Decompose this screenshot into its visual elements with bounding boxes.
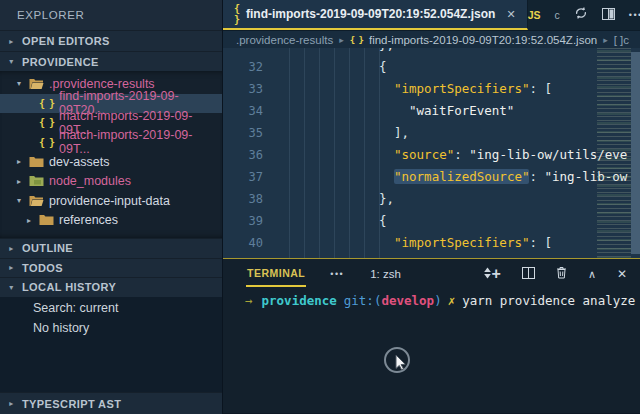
chevron-right-icon: ▸: [24, 216, 34, 225]
more-actions-icon[interactable]: •••: [629, 10, 640, 20]
section-label: PROVIDENCE: [22, 56, 99, 68]
section-label: TODOS: [22, 262, 63, 274]
js-badge-icon[interactable]: JS: [528, 9, 541, 21]
chevron-right-icon: ▸: [14, 177, 24, 186]
json-file-icon: { }: [234, 3, 239, 25]
code-line: 36 "source": "ing-lib-ow/utils/eve: [223, 144, 640, 166]
line-number: 35: [223, 122, 263, 144]
close-tab-icon[interactable]: ✕: [506, 8, 515, 21]
select-stepper-icon: [483, 266, 492, 282]
tree-item-label: providence-input-data: [49, 194, 170, 208]
close-panel-icon[interactable]: ✕: [617, 267, 627, 281]
tree-item-label: node_modules: [49, 174, 131, 188]
sync-icon[interactable]: [574, 6, 588, 24]
code-line: 32 {: [223, 56, 640, 78]
terminal-more-icon[interactable]: •••: [330, 269, 344, 279]
section-outline[interactable]: ▸ OUTLINE: [0, 238, 222, 258]
tab-find-imports-json[interactable]: { } find-imports-2019-09-09T20:19:52.054…: [223, 0, 528, 30]
code-editor[interactable]: }, 32 { 33 "importSpecifiers": [ 34 "wai…: [223, 48, 640, 259]
tree-item-references[interactable]: ▸ references: [0, 211, 222, 231]
editor-scrollbar[interactable]: [631, 52, 640, 254]
tab-terminal[interactable]: TERMINAL: [246, 261, 306, 287]
section-label: OPEN EDITORS: [22, 35, 110, 47]
chevron-right-icon: ▸: [14, 157, 24, 166]
chevron-down-icon: ▾: [14, 79, 24, 88]
section-label: OUTLINE: [22, 242, 73, 254]
terminal-header: TERMINAL ••• 1: zsh + ∧: [223, 259, 640, 287]
local-history-search[interactable]: Search: current: [0, 299, 222, 319]
terminal-actions: + ∧ ✕: [492, 265, 627, 283]
shell-select-value: 1: zsh: [370, 268, 401, 280]
line-number: 33: [223, 78, 263, 100]
section-label: LOCAL HISTORY: [22, 281, 116, 293]
new-terminal-icon[interactable]: +: [492, 266, 501, 282]
section-local-history[interactable]: ▾ LOCAL HISTORY: [0, 277, 222, 297]
section-todos[interactable]: ▸ TODOS: [0, 258, 222, 278]
line-number: 40: [223, 232, 263, 254]
tree-item-label: references: [59, 213, 118, 227]
local-history-empty: No history: [0, 318, 222, 338]
kill-terminal-icon[interactable]: [556, 265, 567, 283]
section-label: TYPESCRIPT AST: [22, 398, 121, 410]
breadcrumb-array-node[interactable]: [ ]c: [614, 34, 629, 46]
line-number: 39: [223, 210, 263, 232]
breadcrumb-file[interactable]: find-imports-2019-09-09T20:19:52.054Z.js…: [369, 34, 597, 46]
line-number: 37: [223, 166, 263, 188]
section-typescript-ast[interactable]: ▸ TYPESCRIPT AST: [0, 392, 222, 414]
tab-label: find-imports-2019-09-09T20:19:52.054Z.js…: [246, 7, 495, 21]
c-badge-icon[interactable]: c: [555, 9, 560, 21]
highlighted-word: "normalizedSource": [394, 169, 529, 184]
line-number: 34: [223, 100, 263, 122]
line-number: 36: [223, 144, 263, 166]
folder-open-icon: [29, 78, 44, 90]
section-providence[interactable]: ▾ PROVIDENCE: [0, 51, 222, 71]
editor-actions: JS c •••: [528, 0, 640, 30]
breadcrumb: .providence-results ▸ { } find-imports-2…: [223, 30, 640, 48]
tree-item-label: match-imports-2019-09-09T...: [59, 128, 222, 156]
local-history-panel: Search: current No history: [0, 297, 222, 393]
code-line: 37 "normalizedSource": "ing-lib-ow: [223, 166, 640, 188]
prompt-arrow: →: [245, 293, 253, 308]
split-editor-icon[interactable]: [602, 6, 615, 24]
code-line: 35 ],: [223, 122, 640, 144]
terminal-panel[interactable]: TERMINAL ••• 1: zsh + ∧: [223, 259, 640, 413]
terminal-prompt: → providence git:( develop ) ✗ yarn prov…: [245, 293, 640, 308]
code-line: 39 {: [223, 210, 640, 232]
file-tree: ▾ .providence-results { } find-imports-2…: [0, 71, 222, 238]
chevron-right-icon: ▸: [339, 35, 344, 45]
chevron-right-icon: ▸: [7, 263, 16, 272]
folder-npm-icon: [29, 175, 44, 187]
tree-item-label: dev-assets: [49, 155, 109, 169]
json-file-icon: { }: [350, 35, 363, 45]
folder-icon: [29, 156, 44, 168]
chevron-down-icon: ▾: [7, 283, 16, 292]
explorer-sidebar: EXPLORER ▸ OPEN EDITORS ▾ PROVIDENCE ▾ .…: [0, 0, 222, 414]
vscode-window: EXPLORER ▸ OPEN EDITORS ▾ PROVIDENCE ▾ .…: [0, 0, 640, 414]
prompt-branch: develop: [381, 293, 434, 308]
chevron-right-icon: ▸: [7, 37, 16, 46]
prompt-git-open: git:(: [344, 293, 382, 308]
maximize-panel-icon[interactable]: ∧: [588, 268, 596, 281]
shell-select[interactable]: 1: zsh: [370, 266, 491, 282]
chevron-right-icon: ▸: [7, 399, 16, 408]
prompt-dirty-flag: ✗: [448, 293, 456, 308]
code-line: 38 },: [223, 188, 640, 210]
chevron-down-icon: ▾: [14, 196, 24, 205]
folder-icon: [39, 214, 54, 226]
tab-bar: { } find-imports-2019-09-09T20:19:52.054…: [223, 0, 640, 30]
code-line: 34 "waitForEvent": [223, 100, 640, 122]
prompt-command: yarn providence analyze: [462, 293, 635, 308]
tree-item-node-modules[interactable]: ▸ node_modules: [0, 172, 222, 192]
tree-item-match-imports-2[interactable]: { } match-imports-2019-09-09T...: [0, 133, 222, 153]
section-open-editors[interactable]: ▸ OPEN EDITORS: [0, 30, 222, 51]
tree-item-providence-input-data[interactable]: ▾ providence-input-data: [0, 191, 222, 211]
split-terminal-icon[interactable]: [522, 265, 535, 283]
code-lines: }, 32 { 33 "importSpecifiers": [ 34 "wai…: [223, 48, 640, 254]
chevron-right-icon: ▸: [7, 244, 16, 253]
minimap[interactable]: [597, 48, 631, 258]
json-file-icon: { }: [39, 117, 54, 128]
code-line: 40 "importSpecifiers": [: [223, 232, 640, 254]
breadcrumb-folder[interactable]: .providence-results: [236, 34, 333, 46]
code-line: 33 "importSpecifiers": [: [223, 78, 640, 100]
sidebar-title: EXPLORER: [0, 0, 222, 30]
